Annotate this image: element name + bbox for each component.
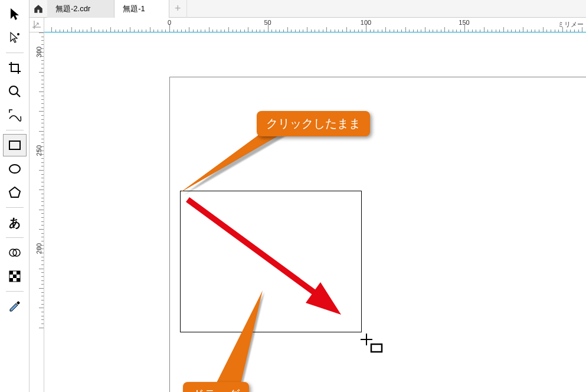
callout-click-hold: クリックしたまま [257,111,370,136]
transparency-icon [8,269,22,283]
doc-tab-1[interactable]: 無題-2.cdr [47,0,114,18]
shape-tool[interactable] [3,27,27,49]
crop-tool[interactable] [3,57,27,79]
svg-text:あ: あ [9,216,21,229]
tool-separator [6,53,24,53]
home-icon [33,4,44,14]
callout-drag: ドラッグ [183,382,249,392]
horizontal-ruler[interactable]: ミリメー 050100150 [44,18,586,32]
callout-label: ドラッグ [192,388,240,392]
ellipse-icon [8,162,22,176]
text-icon: あ [8,215,22,230]
svg-rect-12 [13,275,17,278]
workspace: ミリメー 050100150 300250200 [30,18,586,392]
svg-rect-3 [9,141,20,149]
blend-icon [8,246,22,260]
pick-tool[interactable] [3,3,27,25]
svg-rect-13 [9,278,13,282]
rectangle-tool[interactable] [3,134,27,156]
document-tabs: 無題-2.cdr 無題-1 + [30,0,586,18]
svg-rect-10 [9,271,13,275]
canvas[interactable]: クリックしたまま ドラッグ [44,32,586,392]
svg-line-2 [17,93,20,97]
svg-rect-21 [371,344,382,352]
origin-icon [32,21,41,29]
new-tab-button[interactable]: + [169,0,187,18]
vertical-ruler[interactable]: 300250200 [30,32,44,392]
text-tool[interactable]: あ [3,211,27,234]
cursor-icon [8,7,22,21]
crosshair-rect-icon [361,334,384,357]
tool-palette: あ [0,0,30,392]
doc-tab-2[interactable]: 無題-1 [114,0,169,18]
shape-edit-icon [8,31,22,45]
svg-rect-14 [17,278,20,282]
zoom-icon [8,84,22,99]
svg-marker-5 [9,187,20,197]
home-tab[interactable] [30,0,47,18]
transparency-tool[interactable] [3,265,27,288]
eyedropper-tool[interactable] [3,295,27,318]
crop-icon [8,61,22,75]
tool-separator [6,237,24,238]
freehand-icon [8,108,22,122]
rectangle-cursor [361,334,378,351]
ruler-unit: ミリメー [558,20,584,29]
blend-tool[interactable] [3,241,27,264]
svg-point-0 [17,33,19,35]
zoom-tool[interactable] [3,80,27,103]
tool-separator [6,207,24,208]
svg-rect-11 [17,271,20,275]
svg-point-4 [9,165,20,173]
callout-label: クリックしたまま [266,117,361,130]
doc-tab-label: 無題-1 [123,4,145,14]
polygon-icon [8,185,22,200]
polygon-tool[interactable] [3,181,27,204]
tool-separator [6,130,24,130]
ruler-origin[interactable] [30,18,44,32]
freehand-tool[interactable] [3,104,27,126]
tool-separator [6,291,24,292]
ellipse-tool[interactable] [3,158,27,180]
main-area: 無題-2.cdr 無題-1 + ミリメー 050100150 300250200 [30,0,586,392]
drawn-rectangle [180,191,362,332]
doc-tab-label: 無題-2.cdr [55,4,90,14]
eyedropper-icon [8,299,22,313]
svg-point-1 [9,86,18,94]
rectangle-icon [8,138,22,152]
